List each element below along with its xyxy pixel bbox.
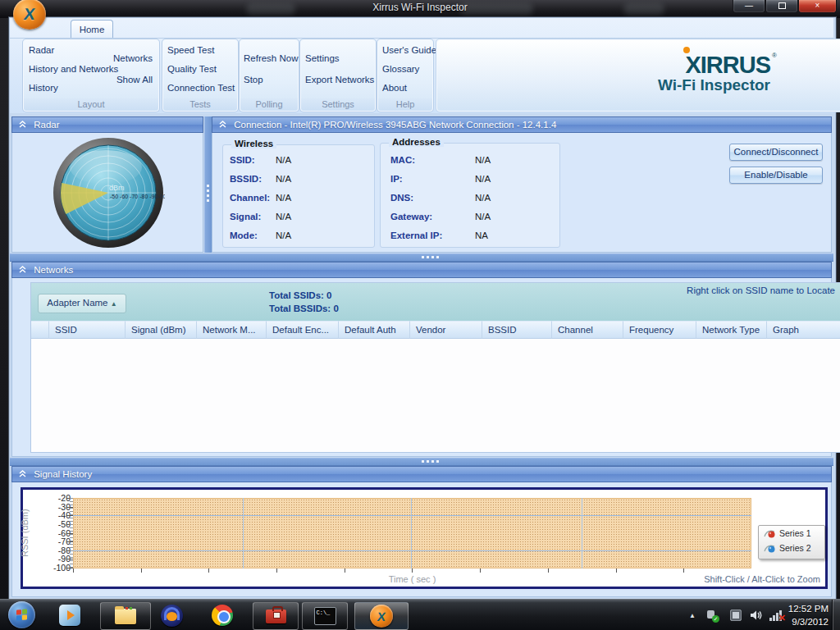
taskbar-item-toolbox[interactable] <box>253 602 299 630</box>
close-button[interactable]: × <box>798 0 837 13</box>
gridline <box>243 498 244 568</box>
ribbon-item-users-guide[interactable]: User's Guide <box>382 45 436 55</box>
ribbon-item-networks[interactable]: Networks <box>113 53 153 63</box>
wireless-groupbox: Wireless SSID: N/A BSSID: N/A Channel: N… <box>222 144 375 248</box>
sort-ascending-icon: ▲ <box>111 300 117 308</box>
window-title: Xirrus Wi-Fi Inspector <box>0 2 840 13</box>
taskbar-item-chrome[interactable] <box>207 603 238 628</box>
enable-disable-button[interactable]: Enable/Disable <box>729 167 823 184</box>
radar-panel-header[interactable]: Radar <box>11 116 203 133</box>
ribbon-item-export-networks[interactable]: Export Networks <box>305 75 374 84</box>
ribbon-item-show-all[interactable]: Show All <box>116 75 153 84</box>
ribbon-item-speed-test[interactable]: Speed Test <box>167 45 214 55</box>
ribbon-group-label: Help <box>378 98 432 111</box>
addresses-groupbox-title: Addresses <box>389 137 444 147</box>
tray-network-icon[interactable] <box>730 600 742 630</box>
chart-legend: Series 1 Series 2 <box>758 525 825 559</box>
taskbar-clock[interactable]: 12:52 PM 9/3/2012 <box>788 602 829 628</box>
maximize-button[interactable] <box>765 0 798 13</box>
signal-history-chart[interactable]: RSSI (dBm) -20 -30 -40 -50 -60 -70 -80 -… <box>21 487 828 589</box>
tab-home[interactable]: Home <box>71 20 113 39</box>
tray-wireless-icon[interactable]: ✕ <box>769 600 783 630</box>
taskbar-item-xirrus-wifi-inspector[interactable]: X <box>354 602 409 630</box>
gridline <box>582 498 582 568</box>
column-header-ssid[interactable]: SSID <box>49 321 126 339</box>
ribbon-group-label: Layout <box>24 98 158 111</box>
signal-history-panel-header[interactable]: Signal History <box>11 466 832 482</box>
ribbon-item-settings[interactable]: Settings <box>305 53 340 63</box>
wireless-groupbox-title: Wireless <box>231 139 276 148</box>
tray-hidden-icons[interactable]: ▲ <box>689 600 696 630</box>
tray-volume-icon[interactable] <box>750 600 763 630</box>
ribbon-item-about[interactable]: About <box>382 83 407 93</box>
field-value: N/A <box>276 231 291 240</box>
column-header-network-mode[interactable]: Network M... <box>197 321 267 339</box>
collapse-icon[interactable] <box>219 117 226 133</box>
start-button[interactable] <box>8 601 35 628</box>
collapse-icon[interactable] <box>19 467 26 482</box>
speaker-icon <box>750 609 763 621</box>
gridline <box>411 498 412 568</box>
history-plot-area[interactable] <box>73 498 751 568</box>
desktop: Xirrus Wi-Fi Inspector — × Home Radar Hi… <box>0 0 840 630</box>
column-header-channel[interactable]: Channel <box>552 321 623 339</box>
splitter-grip <box>422 460 439 463</box>
ribbon-group-label: Settings <box>301 98 375 111</box>
ribbon-group-polling: Refresh Now Stop Polling <box>240 39 299 112</box>
show-desktop-button[interactable] <box>832 600 840 630</box>
taskbar-item-explorer[interactable] <box>100 602 151 630</box>
ribbon-item-quality-test[interactable]: Quality Test <box>167 64 217 74</box>
field-label: Mode: <box>230 231 258 240</box>
ribbon-item-glossary[interactable]: Glossary <box>382 64 419 74</box>
field-value: NA <box>475 231 488 240</box>
column-header-vendor[interactable]: Vendor <box>410 321 482 339</box>
collapse-icon[interactable] <box>19 117 26 133</box>
adapter-name-sort-button[interactable]: Adapter Name ▲ <box>38 294 126 313</box>
field-value: N/A <box>475 193 491 203</box>
horizontal-splitter[interactable] <box>10 458 833 466</box>
ribbon-item-history[interactable]: History <box>29 83 58 93</box>
column-header-signal[interactable]: Signal (dBm) <box>126 321 197 339</box>
legend-item: Series 1 <box>759 526 824 541</box>
column-header-blank[interactable] <box>31 321 49 339</box>
networks-panel-header[interactable]: Networks <box>11 262 832 278</box>
taskbar: C:\_ X ▲ ✓ ✕ <box>0 599 840 630</box>
collapse-icon[interactable] <box>19 262 26 278</box>
field-label: IP: <box>390 174 403 184</box>
legend-label: Series 2 <box>779 543 811 553</box>
total-bssids: Total BSSIDs: 0 <box>269 302 339 315</box>
close-icon: × <box>815 1 820 10</box>
column-header-bssid[interactable]: BSSID <box>482 321 552 339</box>
taskbar-item-command-prompt[interactable]: C:\_ <box>302 602 348 630</box>
horizontal-splitter[interactable] <box>10 253 833 262</box>
connection-panel-title: Connection - Intel(R) PRO/Wireless 3945A… <box>234 120 556 130</box>
ribbon-item-stop[interactable]: Stop <box>244 75 263 84</box>
column-header-network-type[interactable]: Network Type <box>696 321 767 339</box>
connect-disconnect-button[interactable]: Connect/Disconnect <box>729 144 823 161</box>
registered-mark: ® <box>772 52 777 59</box>
tray-usb-icon[interactable]: ✓ <box>707 600 718 630</box>
ribbon-item-connection-test[interactable]: Connection Test <box>167 83 235 93</box>
field-value: N/A <box>276 212 291 221</box>
field-value: N/A <box>475 212 491 221</box>
column-header-graph[interactable]: Graph <box>767 321 840 339</box>
column-header-frequency[interactable]: Frequency <box>623 321 696 339</box>
ribbon-item-history-and-networks[interactable]: History and Networks <box>29 64 118 74</box>
adapter-name-label: Adapter Name <box>47 298 107 308</box>
app-menu-orb[interactable]: X <box>13 0 46 30</box>
audacity-icon <box>161 605 183 627</box>
connection-panel-header[interactable]: Connection - Intel(R) PRO/Wireless 3945A… <box>212 116 832 133</box>
taskbar-item-media-player[interactable] <box>54 603 85 628</box>
field-value: N/A <box>475 155 491 165</box>
networks-table-body[interactable] <box>31 339 840 452</box>
column-header-default-enc[interactable]: Default Enc... <box>267 321 339 339</box>
minimize-button[interactable]: — <box>733 0 765 13</box>
gridline <box>73 515 751 516</box>
networks-table-container: Adapter Name ▲ Total SSIDs: 0 Total BSSI… <box>30 282 840 453</box>
taskbar-item-audacity[interactable] <box>156 603 187 628</box>
ribbon-group-label: Polling <box>240 98 298 111</box>
ribbon-item-radar[interactable]: Radar <box>29 45 54 55</box>
signal-history-panel-body: RSSI (dBm) -20 -30 -40 -50 -60 -70 -80 -… <box>11 482 832 597</box>
ribbon-item-refresh-now[interactable]: Refresh Now <box>244 53 298 63</box>
column-header-default-auth[interactable]: Default Auth <box>339 321 410 339</box>
